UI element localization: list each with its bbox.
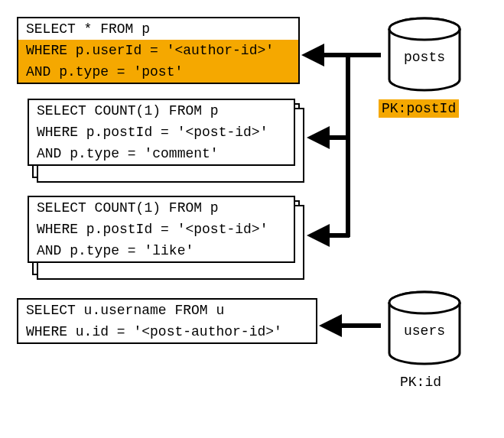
sql-line: AND p.type = 'comment' [29,143,294,164]
sql-line-highlight: WHERE p.userId = '<author-id>' [18,40,298,61]
query-count-comments: SELECT COUNT(1) FROM p WHERE p.postId = … [28,99,295,166]
sql-line: SELECT * FROM p [18,18,298,40]
query-username: SELECT u.username FROM u WHERE u.id = '<… [17,298,317,344]
svg-point-3 [389,292,460,313]
pk-highlight-text: PK:postId [379,99,459,118]
db-users-label: users [382,323,467,339]
sql-line: SELECT COUNT(1) FROM p [29,100,294,122]
sql-line: WHERE p.postId = '<post-id>' [29,122,294,143]
sql-line: SELECT COUNT(1) FROM p [29,197,294,219]
query-count-likes: SELECT COUNT(1) FROM p WHERE p.postId = … [28,196,295,263]
sql-line-highlight: AND p.type = 'post' [18,61,298,83]
sql-line: WHERE p.postId = '<post-id>' [29,219,294,240]
query-posts-by-author: SELECT * FROM p WHERE p.userId = '<autho… [17,17,300,84]
sql-line: SELECT u.username FROM u [18,300,316,321]
db-posts-label: posts [382,50,467,65]
db-users-pk: PK:id [400,375,441,390]
sql-line: AND p.type = 'like' [29,240,294,261]
sql-line: WHERE u.id = '<post-author-id>' [18,321,316,342]
svg-point-1 [389,18,460,40]
db-posts-pk: PK:postId [379,101,459,116]
